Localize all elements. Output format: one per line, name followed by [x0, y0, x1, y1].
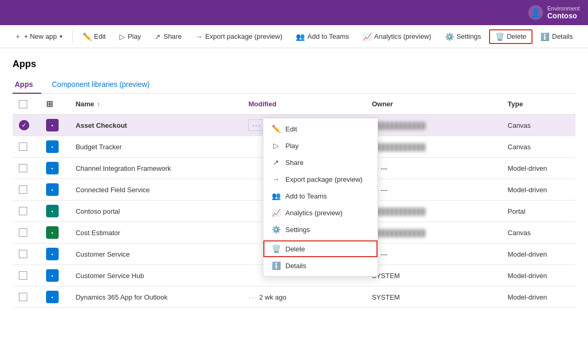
context-menu-item-share[interactable]: ↗Share	[263, 154, 378, 171]
owner-column-header[interactable]: Owner	[365, 94, 501, 115]
row-type-cell: Portal	[502, 201, 575, 222]
settings-icon: ⚙️	[445, 32, 454, 41]
share-icon: ↗	[272, 158, 280, 167]
context-menu-item-label: Settings	[285, 226, 310, 234]
context-menu-item-play[interactable]: ▷Play	[263, 137, 378, 154]
play-button[interactable]: ▷ Play	[114, 30, 147, 43]
add-to-teams-button[interactable]: 👥 Add to Teams	[290, 30, 354, 43]
row-checkbox[interactable]	[19, 271, 27, 280]
row-checkbox[interactable]	[19, 185, 27, 194]
row-checkbox-cell[interactable]	[13, 201, 40, 222]
row-checkbox-cell[interactable]: ✓	[13, 115, 40, 136]
context-menu-item-analytics-(preview)[interactable]: 📈Analytics (preview)	[263, 204, 378, 221]
row-name-cell[interactable]: Asset Checkout	[69, 115, 242, 136]
details-button[interactable]: ℹ️ Details	[535, 30, 579, 43]
apps-table-container: ⊞ Name ↑ Modified Owner Type ✓▪Asset Che…	[13, 94, 575, 308]
app-icon: ▪	[46, 140, 59, 153]
context-menu-item-add-to-teams[interactable]: 👥Add to Teams	[263, 187, 378, 204]
row-icon-cell: ▪	[40, 136, 70, 158]
top-bar: 👤 Environment Contoso	[0, 0, 588, 25]
row-checkbox[interactable]	[19, 228, 27, 237]
row-checkbox-cell[interactable]	[13, 136, 40, 158]
row-type-cell: Canvas	[502, 222, 575, 244]
row-icon-cell: ▪	[40, 201, 70, 222]
context-menu-item-delete[interactable]: 🗑️Delete	[263, 240, 378, 257]
app-icon: ▪	[46, 291, 59, 303]
context-menu-item-details[interactable]: ℹ️Details	[263, 257, 378, 274]
modified-column-header[interactable]: Modified	[242, 94, 365, 115]
row-checkbox-cell[interactable]	[13, 265, 40, 286]
app-icon: ▪	[46, 226, 59, 239]
share-button[interactable]: ↗ Share	[149, 30, 187, 43]
app-icon: ▪	[46, 183, 59, 196]
row-owner-cell: ████████████	[365, 222, 501, 244]
row-checkbox-cell[interactable]	[13, 286, 40, 308]
tabs-bar: Apps Component libraries (preview)	[13, 76, 575, 94]
context-menu-item-export-package-(preview)[interactable]: →Export package (preview)	[263, 171, 378, 187]
edit-button[interactable]: ✏️ Edit	[77, 30, 112, 43]
context-menu-item-settings[interactable]: ⚙️Settings	[263, 221, 378, 238]
app-icon: ▪	[46, 205, 59, 217]
row-checkbox[interactable]	[19, 142, 27, 151]
row-modified-cell: ··· 2 wk ago	[242, 286, 365, 308]
settings-icon: ⚙️	[272, 225, 280, 234]
row-owner-cell: ████████████	[365, 136, 501, 158]
row-icon-cell: ▪	[40, 222, 70, 244]
delete-button[interactable]: 🗑️ Delete	[489, 29, 533, 44]
app-icon: ▪	[46, 248, 59, 260]
delete-icon: 🗑️	[272, 245, 280, 253]
environment-label: Environment	[547, 5, 580, 12]
settings-button[interactable]: ⚙️ Settings	[439, 30, 487, 43]
row-checkbox-cell[interactable]	[13, 179, 40, 201]
type-column-header[interactable]: Type	[502, 94, 575, 115]
row-type-cell: Model-driven	[502, 179, 575, 201]
row-name-cell[interactable]: Connected Field Service	[69, 179, 242, 201]
row-owner-cell: ████████████	[365, 201, 501, 222]
row-checkbox-cell[interactable]	[13, 244, 40, 265]
row-checkbox[interactable]	[19, 250, 27, 258]
edit-icon: ✏️	[83, 32, 92, 41]
info-icon: ℹ️	[540, 32, 549, 41]
details-icon: ℹ️	[272, 261, 280, 270]
select-all-checkbox[interactable]	[19, 100, 27, 108]
row-checkbox[interactable]	[19, 293, 27, 301]
analytics-button[interactable]: 📈 Analytics (preview)	[357, 30, 437, 43]
row-name-cell[interactable]: Channel Integration Framework	[69, 158, 242, 179]
row-checkbox-cell[interactable]	[13, 222, 40, 244]
table-row[interactable]: ▪Dynamics 365 App for Outlook··· 2 wk ag…	[13, 286, 575, 308]
row-icon-cell: ▪	[40, 265, 70, 286]
row-checkbox[interactable]	[19, 164, 27, 172]
row-owner-cell: --- ---	[365, 244, 501, 265]
export-button[interactable]: → Export package (preview)	[190, 30, 288, 43]
row-name-cell[interactable]: Cost Estimator	[69, 222, 242, 244]
row-owner-cell: --- ---	[365, 179, 501, 201]
row-name-cell[interactable]: Customer Service	[69, 244, 242, 265]
owner-blurred: ████████████	[372, 144, 425, 151]
context-menu-item-label: Delete	[285, 245, 305, 253]
context-menu-item-label: Add to Teams	[285, 192, 327, 200]
context-menu-item-label: Export package (preview)	[285, 175, 362, 183]
sort-ascending-icon: ↑	[97, 101, 100, 107]
context-menu-divider	[263, 239, 378, 239]
name-column-header[interactable]: Name ↑	[69, 94, 242, 115]
row-icon-cell: ▪	[40, 115, 70, 136]
row-name-cell[interactable]: Customer Service Hub	[69, 265, 242, 286]
context-menu-item-label: Play	[285, 142, 298, 150]
tab-component-libraries[interactable]: Component libraries (preview)	[50, 76, 158, 94]
tab-apps[interactable]: Apps	[13, 76, 41, 94]
analytics-icon: 📈	[363, 32, 372, 41]
toolbar-divider-1	[72, 30, 73, 43]
row-name-cell[interactable]: Dynamics 365 App for Outlook	[69, 286, 242, 308]
row-type-cell: Model-driven	[502, 158, 575, 179]
owner-blurred: ████████████	[372, 122, 425, 129]
row-name-cell[interactable]: Budget Tracker	[69, 136, 242, 158]
edit-icon: ✏️	[272, 125, 280, 133]
row-name-cell[interactable]: Contoso portal	[69, 201, 242, 222]
select-all-header[interactable]	[13, 94, 40, 115]
context-menu-item-edit[interactable]: ✏️Edit	[263, 120, 378, 137]
row-checkbox[interactable]	[19, 207, 27, 215]
environment-info[interactable]: 👤 Environment Contoso	[528, 5, 580, 20]
new-app-button[interactable]: ＋ + New app ▾	[8, 29, 68, 44]
main-content: Apps Apps Component libraries (preview) …	[0, 48, 588, 308]
row-checkbox-cell[interactable]	[13, 158, 40, 179]
